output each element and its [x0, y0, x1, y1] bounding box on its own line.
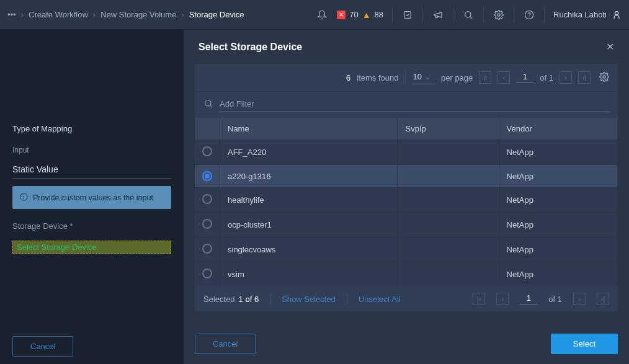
search-icon[interactable]	[203, 99, 213, 110]
breadcrumb-current: Storage Device	[189, 10, 244, 19]
chevron-right-icon: ›	[21, 10, 24, 19]
cell-vendor: NetApp	[499, 237, 617, 262]
close-icon[interactable]: ✕	[606, 41, 614, 53]
cell-vendor: NetApp	[499, 262, 617, 287]
show-selected-link[interactable]: Show Selected	[282, 295, 336, 304]
separator	[405, 70, 406, 85]
critical-count: 70	[349, 10, 358, 19]
warning-count: 88	[375, 10, 383, 19]
cell-name: a220-g1316	[220, 165, 398, 188]
chevron-right-icon: ›	[181, 10, 184, 19]
filter-row	[195, 91, 618, 118]
cell-name: singlecvoaws	[220, 237, 398, 262]
bell-icon[interactable]	[316, 9, 328, 21]
cancel-button-left[interactable]: Cancel	[12, 336, 73, 357]
per-page-label: per page	[441, 73, 473, 82]
svg-point-5	[603, 76, 605, 78]
first-page-button[interactable]: |‹	[479, 71, 491, 84]
table-settings-icon[interactable]	[599, 72, 609, 84]
input-label: Input	[12, 146, 171, 154]
row-radio[interactable]	[202, 269, 212, 278]
separator	[347, 294, 347, 304]
cell-vendor: NetApp	[499, 165, 617, 188]
separator	[514, 7, 514, 22]
prev-page-button[interactable]: ‹	[496, 293, 509, 305]
cell-vendor: NetApp	[499, 140, 617, 165]
table-row[interactable]: singlecvoaws NetApp	[195, 237, 618, 262]
row-radio[interactable]	[202, 171, 212, 181]
table-row[interactable]: AFF_A220 NetApp	[195, 140, 618, 165]
type-of-mapping-label: Type of Mapping	[12, 124, 171, 133]
breadcrumb-item[interactable]: Create Workflow	[29, 10, 88, 19]
panel-title: Select Storage Device	[199, 42, 606, 53]
per-page-select[interactable]: 10 ⌄	[412, 71, 435, 84]
first-page-button[interactable]: |‹	[473, 293, 485, 305]
selected-label: Selected	[203, 295, 235, 304]
table-row[interactable]: healthylife NetApp	[195, 188, 618, 213]
separator	[544, 7, 545, 22]
page-of-label: of 1	[540, 73, 553, 82]
cell-vendor: NetApp	[499, 188, 617, 213]
svg-point-2	[497, 14, 500, 16]
breadcrumb-item[interactable]: New Storage Volume	[100, 10, 176, 19]
cell-svpip	[398, 140, 499, 165]
help-icon[interactable]	[523, 9, 535, 21]
separator	[392, 7, 393, 22]
tasks-icon[interactable]	[401, 9, 414, 21]
page-input[interactable]: 1	[516, 72, 533, 83]
next-page-button[interactable]: ›	[573, 293, 586, 305]
svg-point-1	[465, 11, 471, 17]
cell-vendor: NetApp	[499, 213, 617, 237]
info-text: Provide custom values as the input	[33, 193, 153, 202]
cell-name: vsim	[220, 262, 398, 287]
warning-icon: ▲	[362, 11, 371, 19]
filter-input[interactable]	[220, 97, 609, 112]
cell-svpip	[398, 213, 499, 237]
cell-svpip	[398, 165, 499, 188]
info-icon: ⓘ	[20, 192, 28, 203]
ellipsis-icon[interactable]: •••	[7, 10, 16, 19]
row-radio[interactable]	[202, 194, 212, 204]
topbar: ••• › Create Workflow › New Storage Volu…	[0, 0, 629, 30]
left-pane: Type of Mapping Input Static Value ⓘ Pro…	[0, 30, 184, 364]
cancel-button[interactable]: Cancel	[195, 334, 256, 354]
cell-name: AFF_A220	[220, 140, 398, 165]
col-svpip[interactable]: SvpIp	[398, 118, 499, 140]
next-page-button[interactable]: ›	[560, 71, 572, 84]
page-input[interactable]: 1	[520, 293, 537, 304]
separator	[483, 7, 484, 22]
row-radio[interactable]	[202, 146, 212, 156]
col-name[interactable]: Name	[220, 118, 398, 140]
selected-count: 1 of 6	[239, 295, 259, 304]
user-menu[interactable]: Ruchika Lahoti	[553, 10, 622, 20]
row-radio[interactable]	[202, 244, 212, 254]
user-name: Ruchika Lahoti	[553, 10, 607, 19]
cell-svpip	[398, 237, 499, 262]
table-row[interactable]: a220-g1316 NetApp	[195, 165, 618, 188]
select-button[interactable]: Select	[551, 334, 618, 354]
topbar-actions: ✕ 70 ▲ 88 Ruchika Lahoti	[316, 7, 622, 22]
prev-page-button[interactable]: ‹	[497, 71, 510, 84]
svg-point-6	[205, 100, 211, 105]
page-of-label: of 1	[548, 295, 562, 304]
table-row[interactable]: ocp-cluster1 NetApp	[195, 213, 618, 237]
table-row[interactable]: vsim NetApp	[195, 262, 618, 287]
col-vendor[interactable]: Vendor	[499, 118, 617, 140]
cell-svpip	[398, 188, 499, 213]
announce-icon[interactable]	[432, 9, 444, 21]
input-value[interactable]: Static Value	[12, 162, 171, 179]
separator	[453, 7, 453, 22]
last-page-button[interactable]: ›|	[597, 293, 609, 305]
alerts[interactable]: ✕ 70 ▲ 88	[337, 10, 383, 19]
user-icon	[612, 10, 622, 20]
select-storage-device-link[interactable]: Select Storage Device	[12, 241, 171, 254]
items-found-count: 6	[346, 73, 350, 82]
breadcrumb: ••• › Create Workflow › New Storage Volu…	[7, 10, 316, 19]
storage-device-label: Storage Device *	[12, 221, 171, 231]
search-icon[interactable]	[462, 9, 475, 21]
gear-icon[interactable]	[493, 9, 505, 21]
row-radio[interactable]	[202, 219, 212, 229]
select-storage-device-panel: Select Storage Device ✕ 6 items found 10…	[184, 30, 629, 364]
unselect-all-link[interactable]: Unselect All	[359, 295, 401, 304]
last-page-button[interactable]: ›|	[578, 71, 591, 84]
